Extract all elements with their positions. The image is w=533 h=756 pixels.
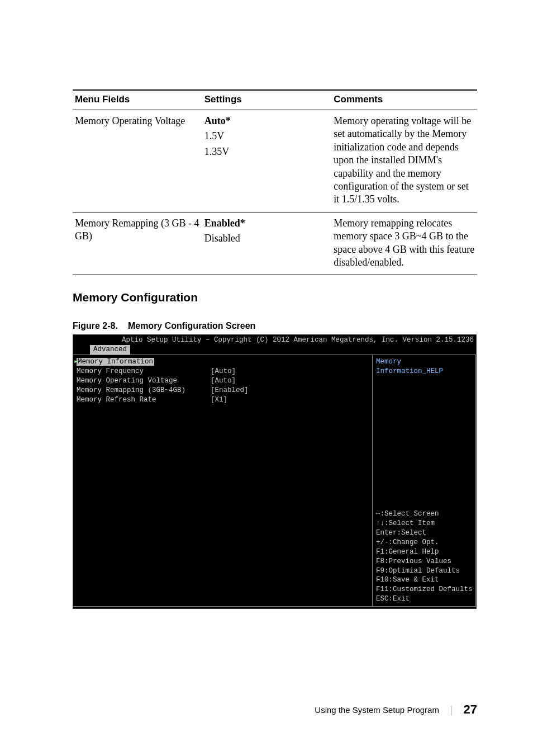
key-hint: Enter:Select [376,528,472,538]
key-hint: +/-:Change Opt. [376,538,472,547]
bios-item-value: [X1] [211,395,227,405]
bios-screenshot: Aptio Setup Utility – Copyright (C) 2012… [73,334,477,609]
bios-item-value: [Enabled] [211,386,249,395]
cell-comments: Memory operating voltage will be set aut… [331,110,477,212]
key-hint: F8:Previous Values [376,557,472,566]
th-comments: Comments [331,90,477,110]
key-hint: F9:Optimial Defaults [376,566,472,576]
bios-item-label: Memory Operating Voltage [77,376,211,386]
figure-caption: Figure 2-8.Memory Configuration Screen [73,321,477,331]
setting-option: Auto* [204,115,330,127]
key-hint: ESC:Exit [376,594,472,604]
bios-left-pane: ▸ Memory Information Memory Frequency[Au… [73,355,373,606]
cell-field: Memory Remapping (3 GB - 4 GB) [73,212,202,275]
bios-item-label: Memory Remapping (3GB~4GB) [77,386,211,395]
th-field: Menu Fields [73,90,202,110]
menu-fields-table: Menu Fields Settings Comments Memory Ope… [73,89,477,275]
footer-chapter: Using the System Setup Program [315,705,439,715]
bios-help-line: Memory [376,357,472,367]
setting-option: Disabled [204,232,330,245]
key-hint: F10:Save & Exit [376,575,472,585]
bios-item-label: Memory Refresh Rate [77,395,211,405]
bios-header: Aptio Setup Utility – Copyright (C) 2012… [73,335,476,345]
table-row: Memory Operating Voltage Auto* 1.5V 1.35… [73,110,477,212]
cell-settings: Enabled* Disabled [202,212,332,275]
cell-field: Memory Operating Voltage [73,110,202,212]
th-settings: Settings [202,90,332,110]
cell-comments: Memory remapping relocates memory space … [331,212,477,275]
bios-item-selected: Memory Information [77,358,154,366]
bios-right-pane: Memory Information_HELP ↔:Select Screen … [373,355,476,606]
key-hint: F11:Customized Defaults [376,585,472,594]
figure-title: Memory Configuration Screen [128,321,255,330]
cursor-icon: ▸ [74,357,78,367]
bios-key-hints: ↔:Select Screen ↑↓:Select Item Enter:Sel… [376,509,472,604]
section-heading: Memory Configuration [73,291,477,304]
bios-item-value: [Auto] [211,376,236,386]
figure-number: Figure 2-8. [73,321,118,330]
bios-item-label: Memory Frequency [77,367,211,376]
setting-option: Enabled* [204,217,330,230]
bios-help-line: Information_HELP [376,367,472,376]
setting-option: 1.35V [204,145,330,158]
key-hint: ↔:Select Screen [376,509,472,519]
bios-item-value: [Auto] [211,367,236,376]
separator-icon: | [450,704,453,716]
setting-option: 1.5V [204,130,330,143]
page-number: 27 [464,702,477,717]
page-footer: Using the System Setup Program | 27 [315,702,477,717]
bios-tab-advanced: Advanced [90,345,130,355]
table-row: Memory Remapping (3 GB - 4 GB) Enabled* … [73,212,477,275]
key-hint: ↑↓:Select Item [376,519,472,528]
key-hint: F1:General Help [376,547,472,557]
cell-settings: Auto* 1.5V 1.35V [202,110,332,212]
